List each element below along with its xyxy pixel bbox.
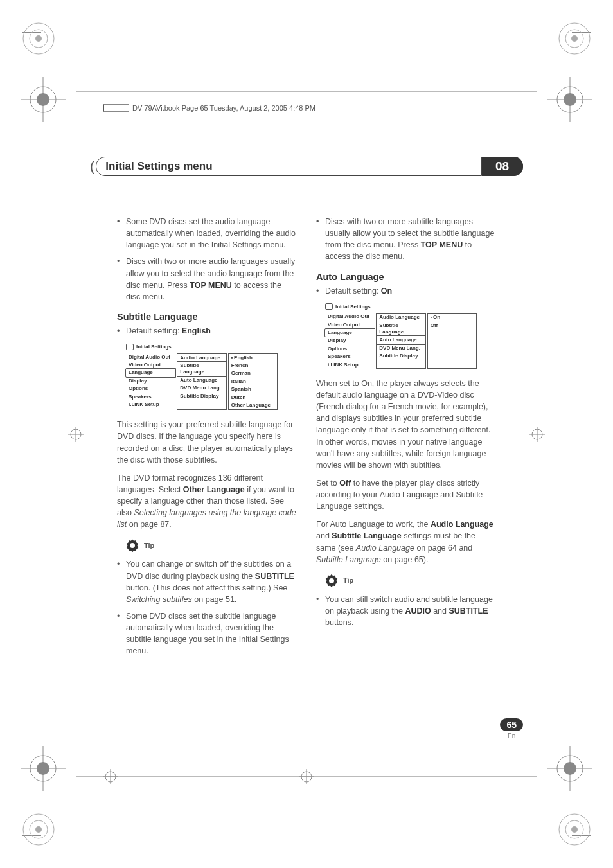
book-icon: [103, 104, 129, 112]
section-title-auto-language: Auto Language: [316, 270, 496, 284]
chapter-title: Initial Settings menu: [96, 157, 482, 176]
menu-item: Options: [325, 345, 375, 353]
chapter-bar: ( Initial Settings menu 08: [90, 157, 523, 176]
registration-mark: [21, 77, 66, 122]
menu-item: Subtitle Language: [377, 322, 425, 337]
list-item: Discs with two or more subtitle language…: [316, 216, 496, 263]
tip-heading: Tip: [126, 539, 297, 552]
menu-item: Display: [325, 337, 375, 344]
menu-item: Language: [125, 368, 176, 377]
registration-mark: [529, 427, 545, 442]
gear-icon: [325, 574, 338, 587]
chapter-number: 08: [482, 157, 523, 176]
section-title-subtitle-language: Subtitle Language: [117, 310, 297, 324]
registration-mark: [21, 746, 66, 791]
book-header-text: DV-79AVi.book Page 65 Tuesday, August 2,…: [132, 104, 315, 112]
settings-menu-screenshot: Initial Settings Digital Audio OutVideo …: [325, 303, 477, 369]
body-text: Set to Off to have the player play discs…: [316, 477, 496, 512]
menu-item: Auto Language: [376, 335, 425, 344]
registration-mark: [547, 746, 592, 791]
svg-point-36: [35, 826, 42, 833]
page-number-badge: 65: [500, 718, 523, 731]
gear-icon: [126, 539, 139, 552]
menu-item: German: [229, 369, 277, 377]
menu-item: DVD Menu Lang.: [177, 384, 226, 392]
tip-bullets: You can still switch audio and subtitle …: [316, 594, 496, 628]
right-top-bullets: Discs with two or more subtitle language…: [316, 216, 496, 263]
rosette-icon: [555, 810, 594, 849]
registration-mark: [299, 769, 314, 784]
tip-label: Tip: [343, 576, 353, 586]
rosette-icon: [19, 19, 58, 58]
chapter-lead-paren: (: [90, 158, 94, 175]
tip-label: Tip: [144, 541, 154, 551]
registration-mark: [547, 77, 592, 122]
menu-item: Subtitle Language: [177, 361, 226, 377]
list-item: Some DVD discs set the audio language au…: [117, 216, 297, 251]
list-item: You can change or switch off the subtitl…: [117, 558, 297, 605]
list-item: Some DVD discs set the subtitle language…: [117, 610, 297, 657]
menu-item: Subtitle Display: [177, 393, 226, 400]
menu-item: Digital Audio Out: [325, 313, 375, 321]
tip-heading: Tip: [325, 574, 496, 587]
menu-item: Auto Language: [177, 376, 226, 384]
book-header: DV-79AVi.book Page 65 Tuesday, August 2,…: [103, 104, 315, 112]
menu-item: Italian: [229, 378, 277, 385]
menu-item: DVD Menu Lang.: [377, 344, 425, 352]
right-column: Discs with two or more subtitle language…: [316, 216, 496, 663]
menu-item: French: [229, 362, 277, 369]
menu-title: Initial Settings: [126, 343, 278, 351]
menu-item: Spanish: [229, 385, 277, 393]
menu-item: i.LINK Setup: [325, 361, 375, 369]
list-item: You can still switch audio and subtitle …: [316, 594, 496, 628]
left-top-bullets: Some DVD discs set the audio language au…: [117, 216, 297, 303]
menu-item: Audio Language: [377, 314, 425, 321]
menu-item: Digital Audio Out: [126, 353, 175, 361]
left-column: Some DVD discs set the audio language au…: [117, 216, 297, 663]
tip-bullets: You can change or switch off the subtitl…: [117, 558, 297, 657]
page-number: 65 En: [500, 718, 523, 740]
menu-item: Speakers: [325, 353, 375, 360]
list-item: Discs with two or more audio languages u…: [117, 256, 297, 303]
menu-item: On: [428, 314, 476, 321]
svg-point-39: [571, 826, 578, 833]
registration-mark: [68, 427, 84, 442]
menu-item: English: [229, 354, 277, 362]
svg-point-33: [571, 35, 578, 42]
body-text: This setting is your preferred subtitle …: [117, 419, 297, 466]
menu-item: Options: [126, 385, 175, 393]
menu-item: Off: [428, 322, 476, 330]
settings-menu-screenshot: Initial Settings Digital Audio OutVideo …: [126, 343, 278, 410]
body-text: For Auto Language to work, the Audio Lan…: [316, 518, 496, 565]
svg-point-30: [35, 35, 42, 42]
menu-item: i.LINK Setup: [126, 401, 175, 409]
page-language: En: [500, 732, 523, 740]
menu-item: Language: [324, 328, 375, 337]
body-text: When set to On, the player always select…: [316, 378, 496, 471]
menu-item: Speakers: [126, 393, 175, 401]
body-text: The DVD format recognizes 136 different …: [117, 472, 297, 531]
rosette-icon: [19, 810, 58, 849]
menu-title: Initial Settings: [325, 303, 477, 311]
menu-item: Dutch: [229, 394, 277, 402]
registration-mark: [103, 769, 118, 784]
menu-item: Display: [126, 377, 175, 385]
menu-item: Other Language: [229, 402, 277, 409]
menu-item: Subtitle Display: [377, 352, 425, 360]
default-setting: Default setting: On: [316, 285, 496, 297]
rosette-icon: [555, 19, 594, 58]
default-setting: Default setting: English: [117, 325, 297, 337]
